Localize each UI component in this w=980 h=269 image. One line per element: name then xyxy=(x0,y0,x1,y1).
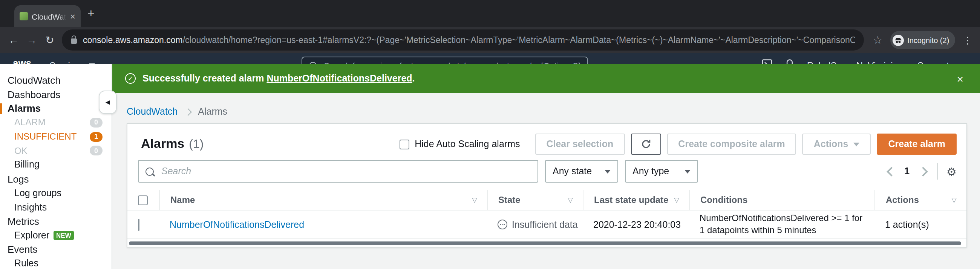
actions-cell: 1 action(s) xyxy=(875,219,966,230)
screen: CloudWatch Management Console × + ← → ↻ … xyxy=(0,0,980,269)
sidebar-item-logs[interactable]: Logs xyxy=(0,172,111,186)
incognito-badge[interactable]: Incognito (2) xyxy=(890,31,955,49)
breadcrumb-cloudwatch-link[interactable]: CloudWatch xyxy=(127,106,178,117)
alarm-search-box[interactable] xyxy=(138,160,538,183)
bookmark-star-icon[interactable]: ☆ xyxy=(873,34,882,46)
create-alarm-button[interactable]: Create alarm xyxy=(877,134,957,155)
chevron-down-icon xyxy=(854,142,860,146)
success-banner: ✓ Successfully created alarm NumberOfNot… xyxy=(112,64,980,93)
panel-title: Alarms xyxy=(141,136,184,152)
new-tab-button[interactable]: + xyxy=(88,7,95,20)
banner-suffix: . xyxy=(412,73,415,84)
type-filter-select[interactable]: Any type xyxy=(625,160,698,183)
back-icon[interactable]: ← xyxy=(5,34,22,46)
chevron-down-icon xyxy=(605,170,611,173)
column-header-name[interactable]: Name▽ xyxy=(159,190,487,210)
count-badge: 1 xyxy=(90,132,102,141)
banner-message-text: Successfully created alarm xyxy=(143,73,264,84)
type-filter-value: Any type xyxy=(633,166,669,176)
conditions-cell: NumberOfNotificationsDelivered >= 1 for … xyxy=(689,213,875,236)
sidebar-label: Log groups xyxy=(14,188,61,199)
check-circle-icon: ✓ xyxy=(125,73,136,84)
sidebar-label: Alarms xyxy=(8,102,41,114)
sort-icon: ▽ xyxy=(472,196,477,204)
filter-row: Any state Any type 1 ⚙ xyxy=(127,155,966,183)
refresh-button[interactable] xyxy=(631,134,661,155)
sort-icon: ▽ xyxy=(568,196,573,204)
next-page-icon[interactable] xyxy=(918,167,927,176)
sidebar-item-insights[interactable]: Insights xyxy=(0,200,111,214)
forward-icon[interactable]: → xyxy=(22,34,41,46)
banner-message: Successfully created alarm NumberOfNotif… xyxy=(143,73,415,84)
state-filter-select[interactable]: Any state xyxy=(545,160,618,183)
cloudwatch-favicon-icon xyxy=(20,12,28,20)
browser-menu-icon[interactable]: ⋮ xyxy=(963,34,972,46)
divider xyxy=(937,163,937,179)
sidebar-label: CloudWatch xyxy=(8,75,61,86)
alarm-search-input[interactable] xyxy=(160,165,531,177)
alarm-state-label: Insufficient data xyxy=(512,219,578,230)
alarms-panel: Alarms (1) Hide Auto Scaling alarms Clea… xyxy=(127,123,967,248)
page-number[interactable]: 1 xyxy=(904,166,910,176)
sidebar-label: Logs xyxy=(8,173,29,184)
sidebar-item-ok-state[interactable]: OK0 xyxy=(0,144,111,158)
column-label: Conditions xyxy=(700,195,748,205)
last-state-update-cell: 2020-12-23 20:40:03 xyxy=(583,219,689,230)
alarms-table: Name▽ State▽ Last state update▽ Conditio… xyxy=(127,190,966,239)
chevron-down-icon xyxy=(684,170,690,173)
count-badge: 0 xyxy=(90,118,102,128)
browser-tab-strip: CloudWatch Management Console × + xyxy=(0,0,980,27)
sidebar-item-billing[interactable]: Billing xyxy=(0,158,111,172)
sidebar-label: Events xyxy=(8,244,38,255)
create-composite-alarm-button[interactable]: Create composite alarm xyxy=(667,134,796,155)
sidebar-item-log-groups[interactable]: Log groups xyxy=(0,186,111,200)
sidebar-label: Explorer xyxy=(14,230,49,241)
sidebar-label: ALARM xyxy=(14,117,46,128)
select-all-checkbox[interactable] xyxy=(138,195,148,205)
sidebar-label: Billing xyxy=(14,160,40,170)
hide-autoscaling-control[interactable]: Hide Auto Scaling alarms xyxy=(399,139,520,149)
sidebar-item-rules[interactable]: Rules xyxy=(0,256,111,269)
sidebar: CloudWatch Dashboards Alarms ALARM0 INSU… xyxy=(0,64,112,269)
incognito-label: Incognito (2) xyxy=(907,36,949,44)
tab-close-icon[interactable]: × xyxy=(70,12,75,21)
sidebar-item-cloudwatch[interactable]: CloudWatch xyxy=(0,73,111,87)
sidebar-label: Rules xyxy=(14,258,38,269)
sidebar-label: Insights xyxy=(14,202,47,212)
sidebar-collapse-button[interactable]: ◀ xyxy=(99,91,117,114)
settings-gear-icon[interactable]: ⚙ xyxy=(947,166,957,177)
sidebar-label: OK xyxy=(14,146,27,156)
sidebar-item-dashboards[interactable]: Dashboards xyxy=(0,87,111,101)
alarm-state-cell: Insufficient data xyxy=(487,219,583,230)
actions-button[interactable]: Actions xyxy=(802,134,871,155)
sidebar-item-explorer[interactable]: ExplorerNEW xyxy=(0,228,111,242)
clear-selection-button[interactable]: Clear selection xyxy=(535,134,625,155)
hide-autoscaling-checkbox[interactable] xyxy=(399,139,409,149)
refresh-icon xyxy=(640,139,651,149)
sidebar-list: CloudWatch Dashboards Alarms ALARM0 INSU… xyxy=(0,73,111,269)
sidebar-item-metrics[interactable]: Metrics xyxy=(0,214,111,228)
search-icon xyxy=(145,167,154,175)
sidebar-item-events[interactable]: Events xyxy=(0,243,111,256)
sidebar-label: INSUFFICIENT xyxy=(14,131,76,142)
count-badge: 0 xyxy=(90,146,102,156)
previous-page-icon[interactable] xyxy=(886,167,896,176)
column-header-state[interactable]: State▽ xyxy=(487,190,583,210)
sidebar-item-alarms[interactable]: Alarms xyxy=(0,101,111,115)
banner-alarm-link[interactable]: NumberOfNotificationsDelivered xyxy=(266,73,412,84)
sidebar-item-insufficient-state[interactable]: INSUFFICIENT1 xyxy=(0,130,111,144)
column-header-last-state-update[interactable]: Last state update▽ xyxy=(583,190,689,210)
column-header-actions[interactable]: Actions▽ xyxy=(875,190,966,210)
sort-icon: ▽ xyxy=(951,196,957,204)
url-text: console.aws.amazon.com/cloudwatch/home?r… xyxy=(83,35,855,45)
sort-icon: ▽ xyxy=(674,196,679,204)
insufficient-data-icon xyxy=(498,219,508,229)
browser-tab[interactable]: CloudWatch Management Console × xyxy=(14,5,81,27)
reload-icon[interactable]: ↻ xyxy=(41,34,59,46)
horizontal-scrollbar[interactable] xyxy=(129,242,961,245)
address-bar[interactable]: console.aws.amazon.com/cloudwatch/home?r… xyxy=(62,29,864,51)
alarm-name-link[interactable]: NumberOfNotificationsDelivered xyxy=(170,219,304,230)
banner-close-icon[interactable]: × xyxy=(957,73,963,84)
sidebar-item-alarm-state[interactable]: ALARM0 xyxy=(0,115,111,130)
row-checkbox[interactable] xyxy=(138,218,140,231)
